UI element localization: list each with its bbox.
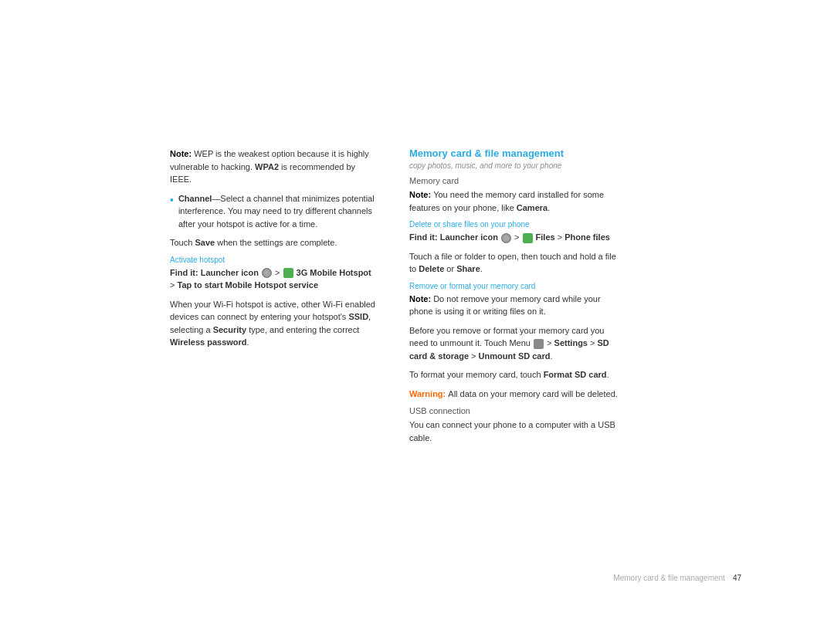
hotspot-icon xyxy=(283,268,293,278)
wifi-para: When your Wi-Fi hotspot is active, other… xyxy=(170,298,378,349)
find-it-bold: Find it: xyxy=(170,268,201,277)
activate-hotspot-section: Activate hotspot Find it: Launcher icon … xyxy=(170,256,378,349)
unmount-text: Unmount SD card xyxy=(479,351,551,361)
or-word: or xyxy=(444,264,456,273)
format-end: . xyxy=(607,370,609,379)
warning-label: Warning: xyxy=(409,389,448,398)
files-text: Files xyxy=(536,232,555,242)
format-paragraph: To format your memory card, touch Format… xyxy=(409,368,618,381)
find-it-hotspot: Find it: Launcher icon > 3G Mobile Hotsp… xyxy=(170,266,378,292)
usb-title: USB connection xyxy=(409,406,618,415)
note-memory-end: . xyxy=(548,203,550,212)
files-icon-right xyxy=(523,233,533,243)
bullet-dot: • xyxy=(170,193,174,207)
note-memory-label: Note: xyxy=(409,190,433,199)
note-memory-paragraph: Note: You need the memory card installed… xyxy=(409,188,618,214)
tap-label: Tap to start Mobile Hotspot service xyxy=(177,280,318,290)
find-it-label-right: Find it: xyxy=(409,232,440,242)
wireless-password-text: Wireless password xyxy=(170,337,247,347)
ssid-text: SSID xyxy=(348,312,368,321)
note-memory-content: You need the memory card installed for s… xyxy=(409,190,604,212)
hotspot-label: 3G Mobile Hotspot xyxy=(297,268,371,277)
wifi-text4: . xyxy=(247,337,249,347)
security-text: Security xyxy=(213,325,246,334)
content-area: Note: WEP is the weakest option because … xyxy=(170,147,664,450)
warning-content: All data on your memory card will be del… xyxy=(448,389,618,398)
touch-save2: when the settings are complete. xyxy=(215,238,337,247)
touch-file-end: . xyxy=(480,264,483,273)
page-container: Note: WEP is the weakest option because … xyxy=(0,0,834,644)
warning-paragraph: Warning: All data on your memory card wi… xyxy=(409,388,618,401)
delete-share-label: Delete or share files on your phone xyxy=(409,220,618,229)
note-remove-content: Do not remove your memory card while you… xyxy=(409,294,601,317)
share-word: Share xyxy=(456,264,480,273)
launcher-icon-text: Launcher icon xyxy=(201,268,259,277)
footer-page: 47 xyxy=(733,574,741,582)
find-it-files-paragraph: Find it: Launcher icon > Files > Phone f… xyxy=(409,231,618,244)
wifi-text1: When your Wi-Fi hotspot is active, other… xyxy=(170,300,375,322)
phone-files-text: Phone files xyxy=(564,232,610,242)
channel-label: Channel xyxy=(178,194,212,203)
section-title: Memory card & file management xyxy=(409,147,618,159)
camera-text: Camera xyxy=(517,203,548,212)
arrow1: > xyxy=(275,268,280,277)
launcher-icon-right: Launcher icon xyxy=(440,232,498,242)
touch-save-paragraph: Touch Save when the settings are complet… xyxy=(170,236,378,249)
section-subtitle: copy photos, music, and more to your pho… xyxy=(409,161,618,170)
note-remove-paragraph: Note: Do not remove your memory card whi… xyxy=(409,293,618,318)
format-sd-text: Format SD card xyxy=(544,370,607,379)
right-column: Memory card & file management copy photo… xyxy=(409,147,618,450)
wifi-text3: type, and entering the correct xyxy=(246,325,359,334)
touch-text: Touch xyxy=(170,238,195,247)
usb-paragraph: You can connect your phone to a computer… xyxy=(409,419,618,444)
gear-icon-right xyxy=(501,233,511,243)
wpa2-text: WPA2 xyxy=(255,162,279,171)
footer: Memory card & file management 47 xyxy=(613,574,741,582)
save-word: Save xyxy=(195,238,215,247)
before-remove5: . xyxy=(550,351,552,361)
menu-icon xyxy=(534,339,544,349)
note-remove-label: Note: xyxy=(409,294,433,303)
before-remove2: > xyxy=(547,338,554,347)
footer-label: Memory card & file management xyxy=(613,574,725,582)
before-remove4: > xyxy=(469,351,479,361)
before-remove-paragraph: Before you remove or format your memory … xyxy=(409,324,618,363)
delete-word: Delete xyxy=(419,264,444,273)
memory-card-title: Memory card xyxy=(409,176,618,185)
format-text: To format your memory card, touch xyxy=(409,370,544,379)
note-label: Note: xyxy=(170,149,194,158)
gear-icon xyxy=(262,268,272,278)
settings-word: Settings xyxy=(554,338,588,347)
note-wep-paragraph: Note: WEP is the weakest option because … xyxy=(170,147,378,186)
arrow-right1: > xyxy=(514,232,521,242)
remove-format-label: Remove or format your memory card xyxy=(409,282,618,290)
arrow-right2: > xyxy=(558,232,564,242)
channel-bullet: • Channel—Select a channel that minimize… xyxy=(170,192,378,231)
touch-file-paragraph: Touch a file or folder to open, then tou… xyxy=(409,250,618,276)
left-column: Note: WEP is the weakest option because … xyxy=(170,147,378,450)
channel-content: Channel—Select a channel that minimizes … xyxy=(178,192,378,231)
activate-hotspot-label: Activate hotspot xyxy=(170,256,378,264)
before-remove3: > xyxy=(588,338,598,347)
